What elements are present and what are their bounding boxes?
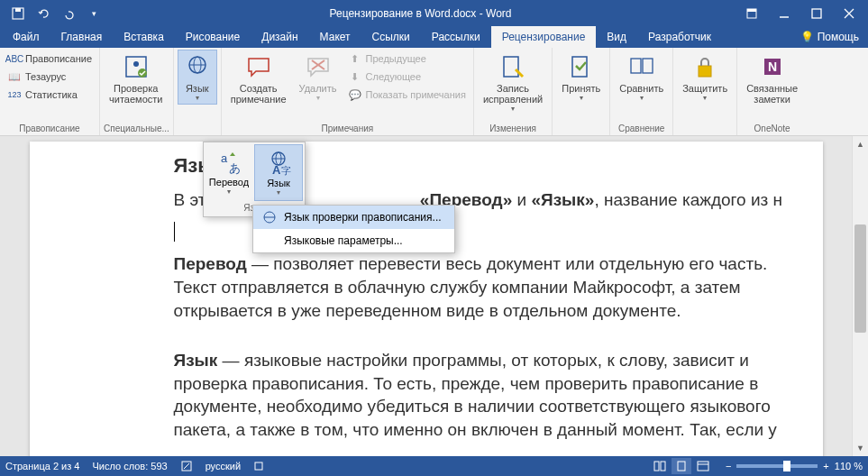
title-bar: ▾ Рецензирование в Word.docx - Word <box>0 0 868 26</box>
accessibility-check-button[interactable]: Проверка читаемости <box>104 50 168 107</box>
chevron-down-icon: ▾ <box>640 94 644 102</box>
chevron-down-icon: ▾ <box>196 94 199 102</box>
tab-review[interactable]: Рецензирование <box>491 26 597 48</box>
svg-rect-16 <box>504 57 518 77</box>
zoom-in-button[interactable]: + <box>823 461 828 471</box>
zoom-thumb[interactable] <box>783 461 790 471</box>
delete-comment-icon <box>304 52 333 81</box>
language-popup-button[interactable]: A字 Язык ▾ <box>254 144 303 201</box>
group-tracking: Запись исправлений ▾ Изменения <box>474 48 553 135</box>
tab-references[interactable]: Ссылки <box>361 26 421 48</box>
web-layout-icon[interactable] <box>693 458 713 474</box>
scroll-down-icon[interactable]: ▼ <box>853 440 868 456</box>
tab-home[interactable]: Главная <box>50 26 114 48</box>
svg-text:a: a <box>221 151 228 165</box>
tab-view[interactable]: Вид <box>596 26 637 48</box>
close-icon[interactable] <box>834 4 864 23</box>
svg-line-33 <box>184 463 189 469</box>
maximize-icon[interactable] <box>801 4 832 23</box>
group-accessibility-label: Специальные... <box>104 122 169 135</box>
scroll-thumb[interactable] <box>854 224 866 333</box>
language-button[interactable]: Язык ▾ <box>178 50 217 105</box>
chevron-down-icon: ▾ <box>277 188 280 197</box>
redo-icon[interactable] <box>58 4 79 23</box>
language-status[interactable]: русский <box>206 461 241 471</box>
tab-design[interactable]: Дизайн <box>251 26 308 48</box>
status-bar: Страница 2 из 4 Число слов: 593 русский … <box>0 456 868 476</box>
protect-button[interactable]: Защитить ▾ <box>677 50 733 105</box>
vertical-scrollbar[interactable]: ▲ ▼ <box>852 136 868 456</box>
accept-label: Принять <box>562 83 600 94</box>
accessibility-label: Проверка читаемости <box>109 83 162 105</box>
paragraph-2: Перевод — позволяет перевести весь докум… <box>174 252 787 322</box>
accept-icon <box>567 52 596 81</box>
svg-rect-17 <box>572 57 587 77</box>
delete-comment-label: Удалить <box>299 83 337 94</box>
tab-file[interactable]: Файл <box>2 26 50 48</box>
print-layout-icon[interactable] <box>672 458 691 474</box>
page-number-status[interactable]: Страница 2 из 4 <box>5 461 79 471</box>
paragraph-3: Язык — языковые настройки программы, от … <box>174 349 787 442</box>
zoom-slider[interactable] <box>736 464 818 468</box>
prev-comment-label: Предыдущее <box>366 53 426 64</box>
accessibility-icon <box>122 52 151 81</box>
compare-button[interactable]: Сравнить ▾ <box>614 50 669 105</box>
accept-button[interactable]: Принять ▾ <box>556 50 606 105</box>
language-popup-label: Язык <box>267 178 290 188</box>
document-page[interactable]: Язык В этой «Перевод» и «Язык», название… <box>30 142 823 456</box>
scroll-track[interactable] <box>853 152 868 440</box>
menu-language-preferences[interactable]: Языковые параметры... <box>253 229 454 252</box>
delete-comment-button[interactable]: Удалить ▾ <box>294 50 343 105</box>
tab-developer[interactable]: Разработчик <box>637 26 722 48</box>
comment-icon <box>244 52 273 81</box>
track-changes-button[interactable]: Запись исправлений ▾ <box>478 50 548 115</box>
onenote-icon: N <box>758 52 787 81</box>
group-onenote: N Связанные заметки OneNote <box>737 48 807 135</box>
zoom-out-button[interactable]: − <box>726 461 731 471</box>
zoom-level[interactable]: 110 % <box>835 461 863 471</box>
new-comment-button[interactable]: Создать примечание <box>225 50 292 107</box>
tab-layout[interactable]: Макет <box>309 26 361 48</box>
spelling-label: Правописание <box>25 53 92 64</box>
undo-icon[interactable] <box>32 4 54 23</box>
minimize-icon[interactable] <box>769 4 799 23</box>
document-scroll[interactable]: Язык В этой «Перевод» и «Язык», название… <box>0 136 852 456</box>
translate-button[interactable]: aあ Перевод ▾ <box>206 144 252 201</box>
thesaurus-button[interactable]: 📖Тезаурус <box>4 68 96 86</box>
ribbon: ABCПравописание 📖Тезаурус 123Статистика … <box>0 48 868 136</box>
compare-label: Сравнить <box>619 83 663 94</box>
spelling-button[interactable]: ABCПравописание <box>4 50 96 68</box>
group-accessibility: Проверка читаемости Специальные... <box>100 48 174 135</box>
qat-customize-icon[interactable]: ▾ <box>83 4 105 23</box>
svg-point-9 <box>133 61 139 67</box>
macro-status-icon[interactable] <box>253 461 264 471</box>
word-count-button[interactable]: 123Статистика <box>4 86 96 104</box>
thesaurus-label: Тезаурус <box>25 71 66 82</box>
spelling-status-icon[interactable] <box>180 460 193 472</box>
tab-mailings[interactable]: Рассылки <box>421 26 491 48</box>
word-count-status[interactable]: Число слов: 593 <box>92 461 167 471</box>
menu-set-proofing-language[interactable]: Язык проверки правописания... <box>253 206 454 229</box>
linked-notes-button[interactable]: N Связанные заметки <box>741 50 803 107</box>
group-comments: Создать примечание Удалить ▾ ⬆Предыдущее… <box>222 48 474 135</box>
scroll-up-icon[interactable]: ▲ <box>853 136 868 152</box>
save-icon[interactable] <box>7 4 29 23</box>
help-button[interactable]: 💡 Помощь <box>791 26 868 48</box>
new-comment-label: Создать примечание <box>231 83 287 105</box>
svg-rect-38 <box>698 462 708 471</box>
tab-insert[interactable]: Вставка <box>113 26 175 48</box>
svg-rect-3 <box>747 9 756 12</box>
prev-comment-button: ⬆Предыдущее <box>344 50 470 68</box>
chevron-down-icon: ▾ <box>580 94 583 102</box>
tab-draw[interactable]: Рисование <box>175 26 251 48</box>
read-mode-icon[interactable] <box>650 458 670 474</box>
menu-set-proofing-label: Язык проверки правописания... <box>284 211 442 224</box>
zoom-control: − + 110 % <box>726 461 863 471</box>
thesaurus-icon: 📖 <box>7 69 22 84</box>
group-protect: Защитить ▾ <box>673 48 737 135</box>
stats-icon: 123 <box>7 87 22 102</box>
blank-icon <box>262 233 277 248</box>
quick-access-toolbar: ▾ <box>0 4 105 23</box>
show-comments-button: 💬Показать примечания <box>344 86 470 104</box>
ribbon-display-icon[interactable] <box>736 4 767 23</box>
